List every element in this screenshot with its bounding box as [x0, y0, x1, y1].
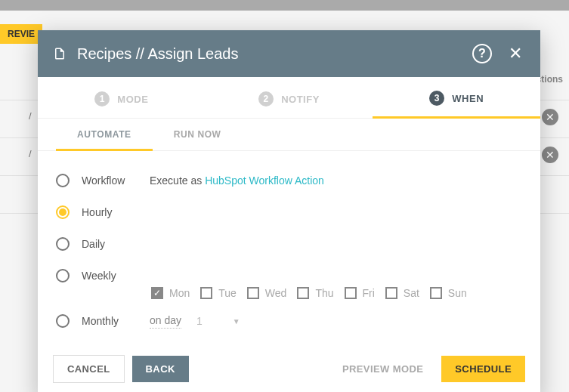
step-label: NOTIFY [281, 94, 320, 105]
day-label: Fri [363, 287, 375, 299]
chevron-down-icon: ▼ [233, 317, 240, 326]
step-number: 3 [429, 91, 444, 106]
step-mode[interactable]: 1 MODE [38, 77, 206, 118]
bg-text: / [29, 148, 32, 159]
radio-workflow[interactable] [56, 174, 70, 187]
day-label: Wed [265, 287, 287, 299]
on-day-label: on day [150, 314, 181, 329]
day-mon: Mon [151, 287, 190, 299]
monthly-day-select[interactable]: 1 ▼ [196, 315, 240, 327]
option-label: Weekly [82, 270, 150, 282]
day-tue: Tue [200, 287, 237, 299]
option-monthly: Monthly on day 1 ▼ [56, 305, 522, 337]
step-when[interactable]: 3 WHEN [373, 77, 540, 119]
modal-title: Recipes // Assign Leads [77, 45, 472, 63]
day-label: Tue [218, 287, 237, 299]
day-thu: Thu [297, 287, 333, 299]
option-label: Monthly [82, 315, 150, 327]
step-notify[interactable]: 2 NOTIFY [206, 77, 373, 118]
bg-row-close-icon[interactable]: ✕ [542, 109, 558, 125]
radio-daily[interactable] [56, 237, 70, 251]
subtab-bar: AUTOMATE RUN NOW [38, 119, 540, 151]
step-label: WHEN [452, 93, 484, 104]
step-label: MODE [117, 94, 148, 105]
checkbox-tue[interactable] [200, 287, 212, 299]
step-number: 1 [94, 91, 110, 106]
bg-toolbar [0, 0, 569, 11]
bg-row-close-icon[interactable]: ✕ [542, 147, 558, 163]
option-label: Hourly [82, 206, 150, 218]
day-label: Sun [448, 287, 467, 299]
radio-weekly[interactable] [56, 269, 70, 282]
checkbox-sat[interactable] [385, 287, 397, 299]
radio-monthly[interactable] [56, 314, 70, 328]
close-icon[interactable]: ✕ [506, 42, 525, 65]
option-daily: Daily [56, 228, 522, 260]
day-label: Sat [404, 287, 419, 299]
option-hourly: Hourly [56, 196, 522, 228]
day-label: Thu [315, 287, 333, 299]
modal-footer: CANCEL BACK PREVIEW MODE SCHEDULE [38, 343, 540, 392]
schedule-button[interactable]: SCHEDULE [441, 356, 525, 382]
help-icon[interactable]: ? [472, 44, 492, 63]
day-sat: Sat [385, 287, 419, 299]
option-label: Daily [82, 238, 150, 250]
recipe-modal: Recipes // Assign Leads ? ✕ 1 MODE 2 NOT… [38, 30, 540, 392]
monthly-day-value: 1 [196, 315, 203, 327]
checkbox-thu[interactable] [297, 287, 309, 299]
checkbox-fri[interactable] [345, 287, 357, 299]
checkbox-sun[interactable] [430, 287, 442, 299]
radio-hourly[interactable] [56, 205, 70, 219]
option-workflow: Workflow Execute as HubSpot Workflow Act… [56, 165, 522, 196]
schedule-options: Workflow Execute as HubSpot Workflow Act… [38, 151, 540, 343]
cancel-button[interactable]: CANCEL [53, 355, 125, 383]
day-sun: Sun [430, 287, 467, 299]
checkbox-wed[interactable] [247, 287, 259, 299]
tab-run-now[interactable]: RUN NOW [153, 119, 243, 150]
workflow-detail: Execute as HubSpot Workflow Action [150, 174, 324, 187]
monthly-config: on day 1 ▼ [150, 314, 240, 329]
bg-review-badge: REVIE [0, 24, 42, 44]
step-number: 2 [258, 91, 274, 106]
day-label: Mon [169, 287, 190, 299]
workflow-detail-prefix: Execute as [150, 174, 205, 187]
checkbox-mon[interactable] [151, 287, 163, 299]
tab-automate[interactable]: AUTOMATE [56, 119, 153, 151]
day-fri: Fri [345, 287, 375, 299]
workflow-action-link[interactable]: HubSpot Workflow Action [205, 174, 324, 187]
day-wed: Wed [247, 287, 287, 299]
stepper: 1 MODE 2 NOTIFY 3 WHEN [38, 77, 540, 119]
back-button[interactable]: BACK [132, 356, 189, 382]
bg-text: / [29, 110, 32, 122]
modal-header: Recipes // Assign Leads ? ✕ [38, 30, 540, 77]
weekly-days: Mon Tue Wed Thu Fri Sat Sun [56, 287, 522, 299]
document-icon [53, 45, 66, 62]
preview-mode-link[interactable]: PREVIEW MODE [342, 363, 423, 375]
option-label: Workflow [82, 174, 150, 187]
